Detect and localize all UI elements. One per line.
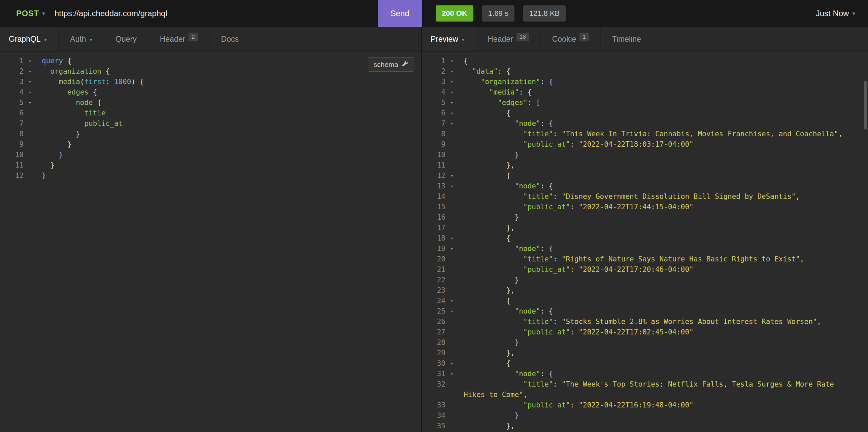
line-number: 17 (422, 223, 445, 233)
fold-toggle-icon[interactable]: ▾ (445, 66, 458, 77)
request-url-bar: POST ▾ https://api.cheddar.com/graphql S… (0, 0, 422, 27)
line-number: 3 (0, 77, 24, 87)
tab-timeline[interactable]: Timeline (601, 27, 653, 52)
code-line: 28 } (422, 337, 855, 348)
fold-toggle-icon[interactable]: ▾ (445, 119, 458, 129)
fold-spacer (445, 348, 458, 358)
tab-label: Auth (70, 35, 86, 44)
line-number: 19 (422, 243, 445, 254)
chevron-down-icon: ▾ (852, 10, 855, 17)
line-number: 2 (422, 66, 445, 77)
code-text: public_at (36, 119, 407, 129)
fold-toggle-icon[interactable]: ▾ (445, 296, 458, 306)
fold-toggle-icon[interactable]: ▾ (24, 77, 36, 87)
fold-spacer (445, 192, 458, 202)
response-preview[interactable]: 1▾{2▾ "data": {3▾ "organization": {4▾ "m… (422, 52, 868, 432)
line-number: 28 (422, 337, 445, 348)
schema-button-label: schema (373, 61, 398, 69)
tab-graphql[interactable]: GraphQL▾ (0, 27, 59, 52)
fold-toggle-icon[interactable]: ▾ (445, 77, 458, 87)
code-text: }, (458, 160, 855, 171)
fold-toggle-icon[interactable]: ▾ (445, 358, 458, 369)
line-number: 35 (422, 421, 445, 431)
code-text: "title": "Stocks Stumble 2.8% as Worries… (458, 317, 855, 327)
code-text: } (458, 337, 855, 348)
request-editor[interactable]: schema 1▾query {2▾ organization {3▾ medi… (0, 52, 421, 432)
code-line: 14 "title": "Disney Government Dissoluti… (422, 192, 855, 202)
fold-toggle-icon[interactable]: ▾ (445, 108, 458, 119)
code-text: } (458, 212, 855, 223)
line-number: 4 (0, 87, 24, 98)
code-line: 5▾ node { (0, 98, 407, 108)
line-number: 33 (422, 400, 445, 410)
code-text: media(first: 1000) { (36, 77, 407, 87)
line-number: 34 (422, 410, 445, 421)
tab-header[interactable]: Header18 (476, 27, 540, 52)
line-number: 10 (422, 150, 445, 160)
fold-toggle-icon[interactable]: ▾ (445, 181, 458, 192)
fold-toggle-icon[interactable]: ▾ (24, 56, 36, 66)
line-number: 1 (422, 56, 445, 66)
fold-toggle-icon[interactable]: ▾ (445, 87, 458, 98)
line-number: 7 (0, 119, 24, 129)
method-dropdown[interactable]: POST ▾ (16, 9, 45, 18)
code-text: "node": { (458, 181, 855, 192)
code-line: 22 } (422, 275, 855, 285)
fold-toggle-icon[interactable]: ▾ (445, 98, 458, 108)
code-line: 6▾ { (422, 108, 855, 119)
line-number: 2 (0, 66, 24, 77)
tab-auth[interactable]: Auth▾ (59, 27, 104, 52)
fold-spacer (445, 337, 458, 348)
send-button[interactable]: Send (378, 0, 422, 27)
fold-spacer (445, 160, 458, 171)
history-label: Just Now (816, 9, 849, 18)
tab-query[interactable]: Query (104, 27, 149, 52)
code-line: 9 } (0, 139, 407, 150)
tab-cookie[interactable]: Cookie1 (541, 27, 601, 52)
code-text: }, (458, 223, 855, 233)
code-line: 9 "public_at": "2022-04-22T18:03:17-04:0… (422, 139, 855, 150)
code-text: "media": { (458, 87, 855, 98)
fold-spacer (445, 275, 458, 285)
code-line: 11 } (0, 160, 407, 171)
fold-toggle-icon[interactable]: ▾ (445, 56, 458, 66)
history-dropdown[interactable]: Just Now ▾ (816, 9, 855, 18)
fold-toggle-icon[interactable]: ▾ (24, 66, 36, 77)
scrollbar-thumb[interactable] (864, 81, 867, 130)
fold-toggle-icon[interactable]: ▾ (445, 369, 458, 379)
code-text: }, (458, 421, 855, 431)
request-tabbar: GraphQL▾Auth▾QueryHeader2Docs (0, 27, 421, 52)
url-input[interactable]: https://api.cheddar.com/graphql (55, 9, 167, 18)
code-text: "public_at": "2022-04-22T17:20:46-04:00" (458, 264, 855, 275)
fold-toggle-icon[interactable]: ▾ (445, 243, 458, 254)
line-number: 31 (422, 369, 445, 379)
main-split: GraphQL▾Auth▾QueryHeader2Docs schema 1▾q… (0, 27, 868, 432)
fold-toggle-icon[interactable]: ▾ (24, 98, 36, 108)
tab-header[interactable]: Header2 (149, 27, 210, 52)
line-number: 8 (0, 129, 24, 139)
code-line: 8 } (0, 129, 407, 139)
line-number: 7 (422, 119, 445, 129)
fold-toggle-icon[interactable]: ▾ (445, 233, 458, 243)
tab-preview[interactable]: Preview▾ (422, 27, 476, 52)
code-text: "title": "Rights of Nature Says Nature H… (458, 254, 855, 264)
code-line: 8 "title": "This Week In Trivia: Cannabi… (422, 129, 855, 139)
fold-toggle-icon[interactable]: ▾ (24, 87, 36, 98)
code-line: 1▾{ (422, 56, 855, 66)
code-line: 12▾ { (422, 171, 855, 181)
fold-spacer (445, 410, 458, 421)
schema-button[interactable]: schema (368, 57, 414, 72)
tab-count-badge: 18 (517, 33, 529, 41)
code-line: 19▾ "node": { (422, 243, 855, 254)
fold-spacer (445, 317, 458, 327)
fold-toggle-icon[interactable]: ▾ (445, 306, 458, 317)
fold-toggle-icon[interactable]: ▾ (445, 171, 458, 181)
line-number: 6 (422, 108, 445, 119)
line-number: 6 (0, 108, 24, 119)
line-number: 32 (422, 379, 445, 400)
code-line: 26 "title": "Stocks Stumble 2.8% as Worr… (422, 317, 855, 327)
code-line: 27 "public_at": "2022-04-22T17:02:45-04:… (422, 327, 855, 337)
tab-docs[interactable]: Docs (210, 27, 250, 52)
fold-spacer (445, 223, 458, 233)
code-text: "node": { (458, 306, 855, 317)
